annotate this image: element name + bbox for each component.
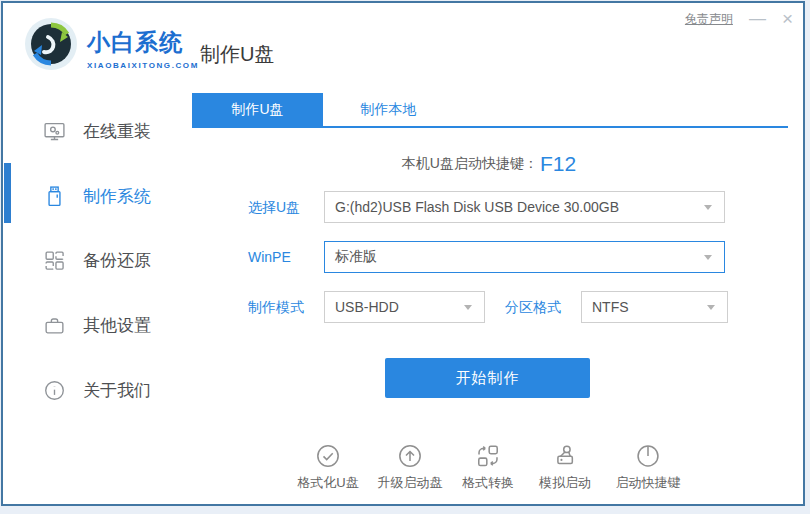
- brand-domain: XIAOBAIXITONG.COM: [87, 61, 199, 70]
- tool-label: 模拟启动: [539, 474, 591, 492]
- sidebar-item-label: 关于我们: [83, 379, 151, 402]
- app-window: 免责声明 — × 小白系统 XIAOBAIXITONG.COM 制作U盘 在线重…: [1, 1, 805, 506]
- convert-icon: [475, 443, 501, 469]
- mode-select-label: 制作模式: [248, 291, 304, 323]
- start-make-button[interactable]: 开始制作: [385, 358, 590, 398]
- sidebar-item-other-settings[interactable]: 其他设置: [42, 310, 151, 340]
- chevron-down-icon: [464, 305, 472, 310]
- grid-icon: [42, 248, 66, 272]
- winpe-select[interactable]: 标准版: [324, 241, 725, 273]
- info-circle-icon: [42, 378, 66, 402]
- tool-label: 格式转换: [462, 474, 514, 492]
- tool-label: 格式化U盘: [297, 474, 358, 492]
- titlebar-controls: 免责声明 — ×: [685, 9, 793, 29]
- chevron-down-icon: [704, 255, 712, 260]
- tab-underline: [192, 126, 788, 128]
- usb-drive-icon: [42, 184, 66, 208]
- tool-upgrade-boot-disk[interactable]: 升级启动盘: [368, 443, 452, 492]
- sidebar-item-backup-restore[interactable]: 备份还原: [42, 245, 151, 275]
- sidebar-item-label: 备份还原: [83, 249, 151, 272]
- mode-select-value: USB-HDD: [325, 299, 464, 315]
- tab-make-local[interactable]: 制作本地: [323, 93, 454, 126]
- tool-label: 升级启动盘: [378, 474, 443, 492]
- tool-label: 启动快捷键: [616, 474, 681, 492]
- chevron-down-icon: [707, 305, 715, 310]
- page-title: 制作U盘: [200, 41, 274, 68]
- sidebar-item-label: 在线重装: [83, 120, 151, 143]
- monitor-icon: [42, 119, 66, 143]
- boot-hotkey-hint: 本机U盘启动快捷键： F12: [189, 150, 789, 178]
- check-circle-icon: [315, 443, 341, 469]
- partition-select-label: 分区格式: [505, 291, 561, 323]
- arrow-up-circle-icon: [397, 443, 423, 469]
- stamp-icon: [552, 443, 578, 469]
- boot-hotkey-value: F12: [540, 152, 576, 176]
- disclaimer-link[interactable]: 免责声明: [685, 11, 733, 28]
- sidebar-active-indicator: [4, 163, 11, 223]
- tab-make-usb[interactable]: 制作U盘: [192, 93, 323, 126]
- sidebar-item-online-reinstall[interactable]: 在线重装: [42, 116, 151, 146]
- partition-select[interactable]: NTFS: [581, 291, 728, 323]
- usb-select-value: G:(hd2)USB Flash Disk USB Device 30.00GB: [325, 199, 704, 215]
- tool-format-usb[interactable]: 格式化U盘: [286, 443, 370, 492]
- sidebar-item-make-system[interactable]: 制作系统: [42, 181, 151, 211]
- boot-hotkey-label: 本机U盘启动快捷键：: [402, 155, 538, 173]
- usb-select[interactable]: G:(hd2)USB Flash Disk USB Device 30.00GB: [324, 191, 725, 223]
- sidebar-item-label: 其他设置: [83, 314, 151, 337]
- mode-select[interactable]: USB-HDD: [324, 291, 485, 323]
- brand-block: 小白系统 XIAOBAIXITONG.COM: [87, 27, 199, 70]
- brand-name: 小白系统: [87, 27, 199, 58]
- chevron-down-icon: [704, 205, 712, 210]
- usb-select-label: 选择U盘: [248, 191, 300, 223]
- briefcase-icon: [42, 313, 66, 337]
- tool-boot-hotkey[interactable]: 启动快捷键: [606, 443, 690, 492]
- winpe-select-value: 标准版: [325, 248, 704, 266]
- app-logo-icon: [24, 17, 78, 71]
- minimize-button[interactable]: —: [749, 9, 766, 29]
- winpe-select-label: WinPE: [248, 241, 291, 273]
- mouse-icon: [635, 443, 661, 469]
- tool-simulate-boot[interactable]: 模拟启动: [523, 443, 607, 492]
- sidebar-item-about-us[interactable]: 关于我们: [42, 375, 151, 405]
- partition-select-value: NTFS: [582, 299, 707, 315]
- sidebar-item-label: 制作系统: [83, 185, 151, 208]
- tool-format-convert[interactable]: 格式转换: [446, 443, 530, 492]
- close-button[interactable]: ×: [782, 9, 793, 29]
